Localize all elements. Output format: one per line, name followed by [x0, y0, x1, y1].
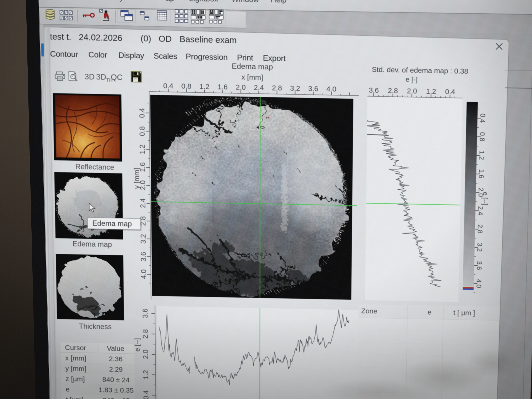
cursor-row-key: z [µm]	[65, 375, 85, 383]
menu-color[interactable]: Color	[88, 50, 107, 59]
x-tick-label: 3.6	[304, 84, 323, 93]
right-minor-tick	[426, 96, 426, 97]
y-tick	[146, 113, 149, 113]
grid-3x3-icon[interactable]	[175, 9, 188, 23]
y-tick	[147, 239, 151, 239]
tile-windows-icon[interactable]	[140, 11, 149, 21]
tooltip-edema-map: Edema map	[87, 217, 141, 230]
cascade-windows-icon[interactable]	[120, 10, 133, 21]
view-3d-button[interactable]: 3D	[85, 72, 95, 81]
thumbnail-label-edema-map: Edema map	[72, 240, 112, 249]
menu-scales[interactable]: Scales	[154, 51, 177, 61]
bottom-minor-tick	[154, 365, 155, 365]
view-3d-th-button[interactable]: 3DTH	[96, 73, 112, 83]
y-minor-tick	[147, 122, 149, 122]
menu-contour[interactable]: Contour	[50, 50, 78, 59]
menu-item-window[interactable]: Window	[232, 0, 259, 4]
right-minor-tick	[417, 96, 417, 97]
eye-side: OD	[158, 34, 172, 44]
bottom-minor-tick	[153, 323, 155, 324]
y-minor-tick	[148, 158, 150, 158]
x-minor-tick	[250, 92, 250, 94]
print-icon[interactable]	[54, 71, 66, 81]
exam-date: 24.02.2026	[79, 32, 122, 43]
data-table-icon[interactable]	[157, 10, 167, 21]
colorbar-tick-label: 4.0	[475, 275, 483, 293]
right-minor-tick	[450, 96, 450, 98]
report-layout-b-icon[interactable]	[209, 9, 223, 24]
menu-export[interactable]: Export	[263, 54, 285, 63]
profile-polyline	[365, 120, 444, 287]
y-minor-tick	[148, 212, 150, 212]
bottom-tick-label: 3.6	[141, 304, 149, 322]
bottom-tick-label: 2.8	[141, 325, 150, 343]
qc-button[interactable]: QC	[111, 73, 123, 82]
thumbnail-label-reflectance: Reflectance	[75, 163, 114, 172]
colorbar-tick-label: 2.8	[476, 220, 484, 238]
colorbar-tick-label: 3.6	[475, 256, 483, 274]
window-list-icon[interactable]	[60, 10, 73, 20]
menu-display[interactable]: Display	[118, 51, 144, 60]
cursor-table-row: e1.83 ± 0.35	[61, 384, 135, 395]
colorbar-tick-label: 0.4	[479, 109, 487, 127]
right-minor-tick	[388, 95, 388, 96]
y-tick-label: 2.4	[139, 194, 147, 212]
thumbnail-thickness[interactable]	[56, 254, 124, 320]
x-minor-tick	[177, 91, 177, 92]
save-icon[interactable]	[131, 71, 141, 82]
x-minor-tick	[286, 93, 286, 94]
profile-polyline	[194, 306, 349, 387]
thumbnail-reflectance[interactable]	[53, 93, 122, 161]
x-minor-tick	[232, 92, 232, 93]
right-minor-tick	[402, 95, 403, 97]
y-minor-tick	[148, 194, 150, 195]
x-tick-label: 2.0	[232, 83, 250, 91]
map-xlabel: x [mm]	[213, 72, 291, 82]
menu-item-lightbox[interactable]: Lightbox	[189, 0, 218, 3]
colorbar-tick-label: 1.6	[477, 165, 485, 183]
report-layout-a-icon[interactable]	[191, 9, 205, 24]
cursor-table-row: z [µm]840 ± 24	[61, 373, 135, 385]
colorbar-minor-tick	[477, 146, 478, 146]
colorbar-minor-tick	[476, 201, 477, 202]
exam-type: Baseline exam	[180, 34, 237, 45]
right-minor-tick	[455, 96, 455, 98]
t-um-header: t [ µm ]	[453, 309, 475, 317]
y-tick	[147, 274, 151, 275]
colorbar-minor-tick	[474, 292, 475, 293]
x-minor-tick	[322, 94, 323, 95]
screen: y ap Lightbox Window Help	[0, 0, 532, 399]
colorbar-tick-label: 1.2	[478, 146, 486, 165]
thumbnail-label-thickness: Thickness	[79, 322, 112, 331]
database-icon[interactable]	[45, 9, 55, 20]
right-minor-tick	[378, 95, 379, 96]
user-session-icon[interactable]	[99, 9, 111, 21]
bottom-tick	[152, 374, 155, 375]
x-tick-label: 2.4	[250, 83, 268, 92]
x-tick-label: 1.6	[213, 83, 232, 91]
edema-map-image[interactable]	[150, 95, 353, 300]
right-tick-label: 1.2	[422, 87, 440, 95]
menu-item-fragment[interactable]: ap	[166, 0, 174, 3]
right-minor-tick	[412, 95, 412, 97]
menu-item-help[interactable]: Help	[271, 0, 286, 4]
print-preview-icon[interactable]	[68, 71, 79, 82]
exam-index: (0)	[140, 33, 151, 44]
close-icon[interactable]	[495, 42, 503, 50]
mouse-cursor-icon	[88, 203, 97, 213]
key-icon[interactable]	[82, 12, 95, 19]
cursor-row-value: 2.29	[98, 365, 134, 374]
menu-item-fragment[interactable]: y	[120, 0, 123, 2]
y-tick-label: 0.8	[138, 122, 146, 140]
y-tick	[147, 221, 150, 221]
right-tick-label: 0.4	[441, 88, 459, 96]
y-tick-label: 2.0	[138, 176, 147, 194]
toolbar-separator	[77, 10, 78, 22]
x-tick-label: 2.8	[268, 84, 286, 92]
right-minor-tick	[440, 96, 441, 97]
colorbar-minor-tick	[474, 274, 475, 275]
menu-print[interactable]: Print	[237, 53, 253, 62]
right-tick-label: 3.6	[365, 86, 383, 95]
bottom-minor-tick	[153, 344, 155, 345]
menu-progression[interactable]: Progression	[186, 52, 228, 62]
